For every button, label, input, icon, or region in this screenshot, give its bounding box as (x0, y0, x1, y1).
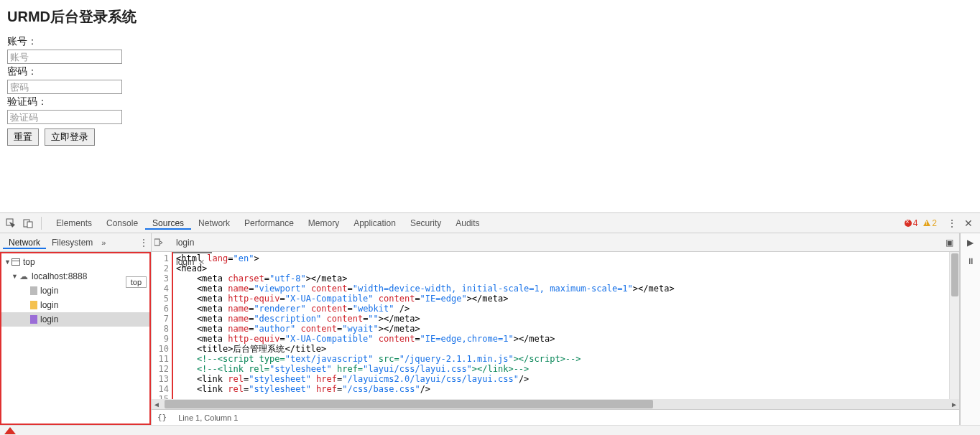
line-number[interactable]: 13 (152, 374, 169, 384)
login-button[interactable]: 立即登录 (45, 128, 95, 146)
error-count[interactable]: 4 (905, 218, 918, 228)
code-line[interactable]: <meta charset="utf-8"></meta> (176, 273, 949, 284)
devtools-panel: ElementsConsoleSourcesNetworkPerformance… (0, 212, 980, 425)
tree-top-label: top (23, 257, 35, 267)
file-icon (30, 315, 37, 324)
device-toggle-icon[interactable] (22, 217, 34, 230)
captcha-label: 验证码： (7, 95, 47, 107)
toggle-navigator-icon[interactable]: ▣ (943, 238, 956, 248)
nav-files-icon[interactable] (154, 238, 166, 247)
sidebar-menu-icon[interactable]: ⋮ (139, 238, 148, 248)
code-line[interactable]: <!--<link rel="stylesheet" href="layui/c… (176, 364, 949, 374)
devtools-tab-console[interactable]: Console (99, 218, 145, 228)
line-number[interactable]: 2 (152, 263, 169, 273)
password-input[interactable] (7, 80, 122, 94)
account-label: 账号： (7, 35, 37, 47)
code-area: loginloginlogin✕ ▣ 123456789101112131415… (152, 233, 960, 425)
line-number[interactable]: 4 (152, 284, 169, 294)
code-line[interactable]: <meta http-equiv="X-UA-Compatible" conte… (176, 294, 949, 304)
code-line[interactable] (176, 394, 949, 399)
code-line[interactable]: <!--<script type="text/javascript" src="… (176, 354, 949, 364)
line-number[interactable]: 3 (152, 273, 169, 284)
code-editor[interactable]: <html lang="en"><head> <meta charset="ut… (173, 252, 949, 399)
line-number[interactable]: 10 (152, 344, 169, 354)
tree-tooltip: top (126, 276, 147, 288)
account-row: 账号： (7, 35, 973, 48)
file-tab-label: login (176, 233, 194, 252)
sources-sidebar: NetworkFilesystem » ⋮ ▼ top ▼ ☁ localhos… (0, 233, 152, 425)
devtools-tab-audits[interactable]: Audits (448, 218, 486, 228)
editor-statusbar: {} Line 1, Column 1 (152, 409, 959, 425)
tree-file-label: login (40, 300, 58, 310)
code-line[interactable]: <head> (176, 263, 949, 273)
svg-rect-3 (154, 239, 160, 245)
devtools-menu-icon[interactable]: ⋮ (943, 218, 961, 229)
line-number[interactable]: 1 (152, 253, 169, 263)
line-number[interactable]: 12 (152, 364, 169, 374)
code-line[interactable]: <meta name="renderer" content="webkit" /… (176, 304, 949, 314)
cursor-position: Line 1, Column 1 (178, 413, 238, 422)
code-line[interactable]: <link rel="stylesheet" href="/layuicms2.… (176, 374, 949, 384)
line-number[interactable]: 8 (152, 324, 169, 334)
tree-file[interactable]: login (1, 312, 149, 327)
devtools-close-icon[interactable]: ✕ (961, 218, 976, 229)
frame-icon (11, 258, 20, 266)
line-number[interactable]: 9 (152, 334, 169, 344)
devtools-tab-security[interactable]: Security (403, 218, 448, 228)
pause-icon[interactable]: ⏸ (966, 252, 975, 271)
page-title: URMD后台登录系统 (7, 7, 973, 27)
tree-file-label: login (40, 286, 58, 296)
taskbar-app-icon[interactable] (4, 427, 16, 434)
line-number[interactable]: 7 (152, 314, 169, 324)
password-label: 密码： (7, 65, 37, 77)
line-number[interactable]: 11 (152, 354, 169, 364)
line-number[interactable]: 5 (152, 294, 169, 304)
devtools-tab-application[interactable]: Application (346, 218, 403, 228)
vertical-scrollbar[interactable] (949, 252, 959, 399)
sidebar-tab-filesystem[interactable]: Filesystem (46, 238, 98, 248)
tree-origin-label: localhost:8888 (32, 271, 87, 281)
devtools-tab-performance[interactable]: Performance (237, 218, 301, 228)
code-line[interactable]: <html lang="en"> (176, 253, 949, 263)
warning-count[interactable]: 2 (923, 218, 937, 228)
devtools-tab-network[interactable]: Network (191, 218, 237, 228)
inspect-icon[interactable] (4, 217, 17, 230)
tree-file-label: login (40, 314, 58, 324)
cloud-icon: ☁ (19, 271, 29, 281)
sidebar-more-chevron-icon[interactable]: » (98, 238, 108, 247)
devtools-tab-memory[interactable]: Memory (301, 218, 346, 228)
captcha-input[interactable] (7, 110, 122, 124)
debugger-panel: ▶ ⏸ (960, 233, 980, 425)
pretty-print-icon[interactable]: {} (157, 413, 167, 422)
file-icon (30, 286, 37, 295)
login-page: URMD后台登录系统 账号： 密码： 验证码： 重置 立即登录 (0, 0, 980, 212)
code-line[interactable]: <link rel="stylesheet" href="/css/base.c… (176, 384, 949, 394)
os-taskbar (0, 425, 980, 435)
sidebar-tab-network[interactable]: Network (3, 238, 46, 249)
line-number[interactable]: 6 (152, 304, 169, 314)
horizontal-scrollbar[interactable]: ◄ ► (152, 399, 959, 409)
file-icon (30, 301, 37, 309)
line-number[interactable]: 15 (152, 394, 169, 399)
devtools-tab-elements[interactable]: Elements (49, 218, 99, 228)
code-line[interactable]: <meta name="author" content="wyait"></me… (176, 324, 949, 334)
reset-button[interactable]: 重置 (7, 128, 39, 146)
file-tab[interactable]: login (169, 233, 212, 252)
tree-file[interactable]: login (1, 298, 149, 312)
line-number[interactable]: 14 (152, 384, 169, 394)
code-line[interactable]: <meta name="viewport" content="width=dev… (176, 284, 949, 294)
code-line[interactable]: <meta name="description" content=""></me… (176, 314, 949, 324)
resume-icon[interactable]: ▶ (967, 233, 974, 252)
svg-rect-2 (27, 222, 32, 228)
devtools-tabs: ElementsConsoleSourcesNetworkPerformance… (0, 213, 980, 233)
line-gutter: 123456789101112131415 (152, 252, 173, 399)
file-tree: ▼ top ▼ ☁ localhost:8888 loginloginlogin… (0, 252, 151, 425)
tree-top[interactable]: ▼ top (1, 255, 149, 269)
devtools-tab-sources[interactable]: Sources (145, 218, 191, 230)
code-line[interactable]: <title>后台管理系统</title> (176, 344, 949, 354)
file-tabs: loginloginlogin✕ ▣ (152, 233, 959, 252)
account-input[interactable] (7, 50, 122, 64)
code-line[interactable]: <meta http-equiv="X-UA-Compatible" conte… (176, 334, 949, 344)
